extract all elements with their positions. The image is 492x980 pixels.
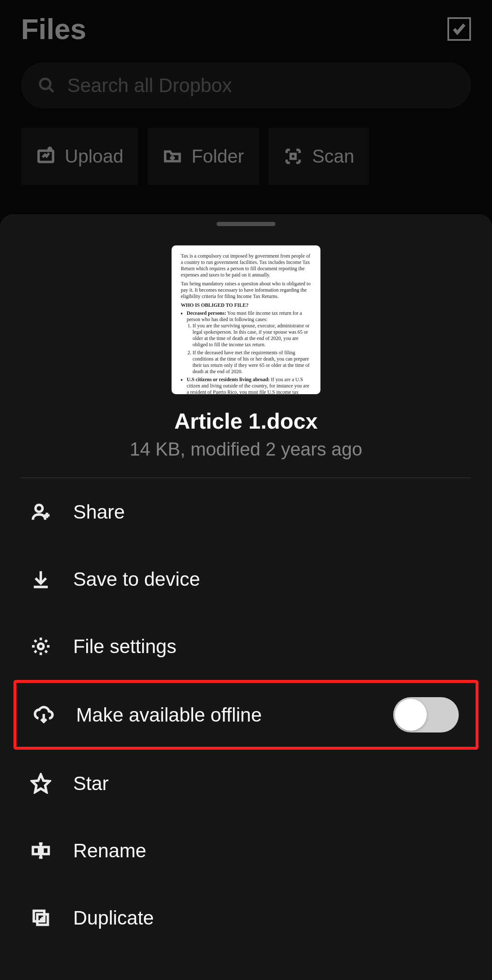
file-thumbnail: Tax is a compulsory cut imposed by gover… [172,245,320,394]
file-actions-menu: Share Save to device File settings Make … [0,478,492,951]
svg-marker-13 [32,775,50,792]
file-actions-sheet: Tax is a compulsory cut imposed by gover… [0,214,492,980]
svg-point-11 [38,643,43,649]
menu-item-rename[interactable]: Rename [8,817,484,884]
sheet-handle[interactable] [217,222,275,226]
svg-point-6 [36,505,43,512]
menu-label: File settings [73,635,462,658]
menu-item-save-to-device[interactable]: Save to device [8,545,484,613]
menu-label: Share [73,501,462,523]
download-icon [30,569,51,590]
svg-rect-15 [42,847,49,854]
menu-label: Make available offline [76,703,371,726]
menu-label: Star [73,772,462,795]
file-thumbnail-wrap: Tax is a compulsory cut imposed by gover… [0,245,492,394]
menu-item-share[interactable]: Share [8,478,484,545]
file-name: Article 1.docx [0,408,492,434]
duplicate-icon [30,907,51,928]
share-icon [30,501,51,522]
toggle-knob [395,699,427,731]
menu-item-duplicate[interactable]: Duplicate [8,884,484,951]
menu-item-file-settings[interactable]: File settings [8,613,484,680]
svg-rect-14 [33,847,39,854]
gear-icon [30,636,51,657]
menu-label: Duplicate [73,906,462,929]
star-icon [30,773,51,794]
rename-icon [30,840,51,861]
menu-label: Save to device [73,568,462,590]
offline-toggle[interactable] [393,697,459,732]
cloud-download-icon [33,704,54,725]
menu-item-offline[interactable]: Make available offline [13,680,479,750]
menu-label: Rename [73,839,462,862]
menu-item-star[interactable]: Star [8,750,484,817]
file-meta: 14 KB, modified 2 years ago [0,439,492,460]
